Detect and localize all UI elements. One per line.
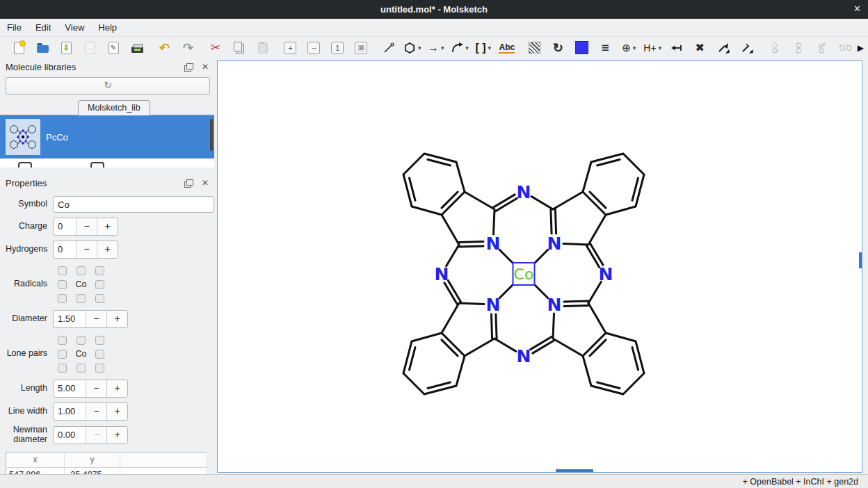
redo-button[interactable]: ↷ <box>177 39 198 57</box>
atom-co-center[interactable]: Co <box>514 266 534 283</box>
arrow-dropdown-icon[interactable]: ▾ <box>441 44 444 51</box>
list-item-partial[interactable] <box>0 158 214 168</box>
radical-checkbox-sw[interactable] <box>58 294 67 303</box>
hydrogen-tool-button[interactable]: H+ ▾ <box>642 39 663 57</box>
newman-diameter-value[interactable]: 0.00 <box>54 427 86 444</box>
library-close-icon[interactable]: ✕ <box>202 62 209 72</box>
atom-n-aza-left[interactable]: N <box>435 264 449 284</box>
charge-dropdown-icon[interactable]: ▾ <box>633 44 636 51</box>
diameter-plus-button[interactable]: + <box>107 311 127 327</box>
undo-button[interactable]: ↶ <box>154 39 175 57</box>
charge-plus-button[interactable]: + <box>97 218 118 235</box>
menu-help[interactable]: Help <box>91 20 124 35</box>
radical-checkbox-e[interactable] <box>95 280 104 289</box>
stereo-tool-3-button[interactable] <box>812 39 833 57</box>
zoom-in-button[interactable]: + <box>280 39 300 57</box>
length-minus-button[interactable]: − <box>86 380 107 397</box>
ring-tool-button[interactable]: ▾ <box>402 39 423 57</box>
bracket-dropdown-icon[interactable]: ▾ <box>488 44 492 51</box>
toolbar-expand-icon[interactable]: ▶ <box>858 43 864 53</box>
save-button[interactable]: ⇩ <box>56 39 77 57</box>
hydrogens-minus-button[interactable]: − <box>77 241 97 258</box>
canvas-hscroll-indicator[interactable] <box>556 469 593 472</box>
lone-pair-checkbox-w[interactable] <box>58 350 67 359</box>
lone-pair-checkbox-n[interactable] <box>77 336 86 345</box>
radical-checkbox-s[interactable] <box>77 294 86 303</box>
charge-value[interactable]: 0 <box>54 218 77 235</box>
lone-pair-checkbox-sw[interactable] <box>58 364 67 373</box>
newman-minus-button[interactable]: − <box>86 427 107 444</box>
reaction-arrow-tool-button[interactable]: → ▾ <box>426 39 447 57</box>
length-value[interactable]: 5.00 <box>54 380 86 397</box>
zoom-out-button[interactable]: − <box>303 39 324 57</box>
stereo-tool-2-button[interactable] <box>788 39 809 57</box>
charge-tool-button[interactable]: ⊕ ▾ <box>618 39 639 57</box>
radical-checkbox-w[interactable] <box>58 280 67 289</box>
open-file-button[interactable] <box>32 39 53 57</box>
radical-checkbox-ne[interactable] <box>95 266 104 275</box>
lone-pair-checkbox-nw[interactable] <box>58 336 67 345</box>
properties-close-icon[interactable]: ✕ <box>202 178 209 188</box>
properties-float-icon[interactable] <box>186 179 193 186</box>
selection-tool-button[interactable] <box>524 39 545 57</box>
atom-n-inner-ne[interactable]: N <box>547 234 562 254</box>
zoom-fit-button[interactable]: ▣ <box>351 39 371 57</box>
symbol-input[interactable] <box>53 196 214 213</box>
menu-file[interactable]: File <box>0 20 29 35</box>
lone-pair-checkbox-s[interactable] <box>77 364 86 373</box>
newman-plus-button[interactable]: + <box>107 427 127 444</box>
lone-pair-checkbox-se[interactable] <box>95 364 104 373</box>
mechanism-arrow-tool-button[interactable]: ▾ <box>449 39 470 57</box>
menu-view[interactable]: View <box>58 20 91 35</box>
wedge-bond-tool-button[interactable] <box>713 39 734 57</box>
hydrogen-dropdown-icon[interactable]: ▾ <box>659 44 662 51</box>
text-tool-button[interactable]: Abc <box>497 39 517 57</box>
radical-checkbox-n[interactable] <box>77 266 86 275</box>
line-width-plus-button[interactable]: + <box>107 403 127 420</box>
line-width-value[interactable]: 1.00 <box>54 403 86 420</box>
atom-n-aza-top[interactable]: N <box>517 182 531 202</box>
print-button[interactable] <box>127 39 147 57</box>
ring-dropdown-icon[interactable]: ▾ <box>418 44 421 51</box>
list-item-pcco[interactable]: PcCo <box>0 115 214 158</box>
atom-n-inner-se[interactable]: N <box>547 295 562 315</box>
charge-minus-button[interactable]: − <box>77 218 97 235</box>
radical-checkbox-se[interactable] <box>95 294 104 303</box>
delete-tool-button[interactable]: ✖ <box>689 39 710 57</box>
stereo-tool-4-button[interactable] <box>835 39 856 57</box>
bracket-tool-button[interactable]: [ ] ▾ <box>473 39 494 57</box>
lone-pair-checkbox-e[interactable] <box>95 350 104 359</box>
tab-molsketch-lib[interactable]: Molsketch_lib <box>78 100 150 115</box>
atom-n-aza-bottom[interactable]: N <box>517 346 531 366</box>
atom-n-inner-sw[interactable]: N <box>486 295 501 315</box>
draw-bond-tool-button[interactable] <box>378 39 399 57</box>
export-button[interactable]: ✎ <box>103 39 124 57</box>
copy-button[interactable] <box>229 39 250 57</box>
diameter-minus-button[interactable]: − <box>86 311 107 327</box>
coordinates-header-y[interactable]: y <box>65 452 120 467</box>
library-scrollbar[interactable] <box>210 119 213 151</box>
rotate-tool-button[interactable]: ↻ <box>547 39 568 57</box>
cut-button[interactable]: ✂ <box>205 39 226 57</box>
hydrogens-plus-button[interactable]: + <box>97 241 118 258</box>
curved-arrow-dropdown-icon[interactable]: ▾ <box>465 44 469 51</box>
menu-edit[interactable]: Edit <box>29 20 58 35</box>
atom-n-inner-nw[interactable]: N <box>486 234 501 254</box>
zoom-original-button[interactable]: 1 <box>327 39 348 57</box>
paste-button[interactable] <box>252 39 273 57</box>
radical-checkbox-nw[interactable] <box>58 266 67 275</box>
library-refresh-button[interactable]: ↻ <box>6 77 210 95</box>
line-width-button[interactable]: ≡ <box>595 39 616 57</box>
hash-bond-tool-button[interactable] <box>737 39 757 57</box>
atom-n-aza-right[interactable]: N <box>599 264 613 284</box>
window-close-icon[interactable]: ✕ <box>853 3 861 14</box>
diameter-value[interactable]: 1.50 <box>54 311 86 327</box>
stereo-tool-1-button[interactable] <box>764 39 785 57</box>
drawing-canvas[interactable]: N N N N N N N N Co <box>217 60 862 473</box>
lone-pair-checkbox-ne[interactable] <box>95 336 104 345</box>
library-float-icon[interactable] <box>186 63 193 70</box>
color-picker-button[interactable] <box>571 39 592 57</box>
canvas-vscroll-indicator[interactable] <box>859 252 862 268</box>
new-file-button[interactable] <box>8 39 29 57</box>
coordinates-header-x[interactable]: x <box>6 452 65 467</box>
